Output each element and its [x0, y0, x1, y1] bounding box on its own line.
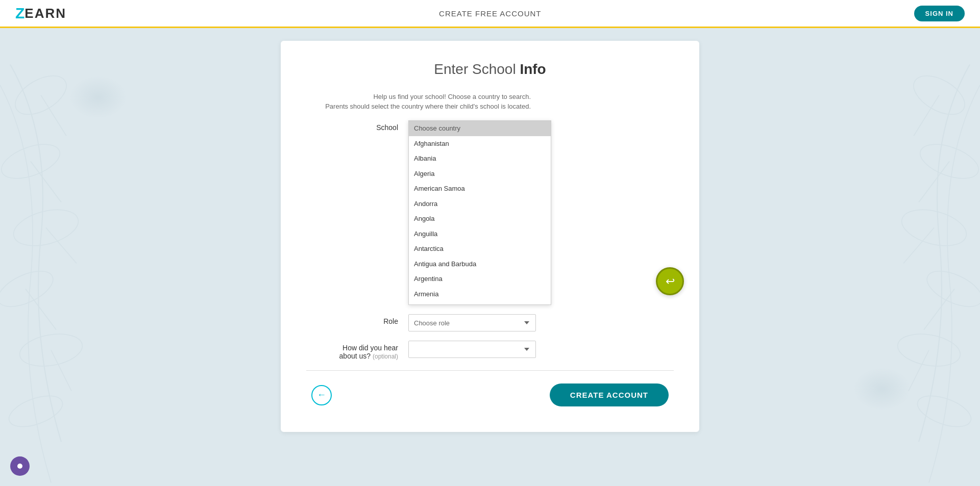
- country-option[interactable]: Antarctica: [409, 241, 551, 257]
- help-text: Help us find your school! Choose a count…: [306, 93, 674, 100]
- country-placeholder-option[interactable]: Choose country: [409, 121, 551, 136]
- country-option[interactable]: Anguilla: [409, 226, 551, 242]
- how-row: How did you hear about us? (optional): [306, 341, 674, 360]
- school-row: School Choose country AfghanistanAlbania…: [306, 120, 674, 132]
- main-content: Enter School Info Help us find your scho…: [0, 28, 980, 486]
- logo: ZEARN: [15, 5, 66, 22]
- country-option[interactable]: Andorra: [409, 196, 551, 212]
- country-option[interactable]: Afghanistan: [409, 136, 551, 151]
- back-arrow-icon: ←: [317, 390, 326, 400]
- role-input-area: Choose role: [408, 314, 674, 331]
- country-option[interactable]: Algeria: [409, 166, 551, 182]
- country-option[interactable]: American Samoa: [409, 181, 551, 196]
- logo-earn-text: EARN: [24, 6, 66, 21]
- role-select[interactable]: Choose role: [408, 314, 536, 331]
- chat-widget[interactable]: [10, 456, 30, 476]
- country-option[interactable]: Argentina: [409, 271, 551, 287]
- country-option[interactable]: Albania: [409, 151, 551, 166]
- optional-label: (optional): [373, 353, 398, 360]
- chat-widget-icon: [17, 464, 22, 469]
- sign-in-button[interactable]: SIGN IN: [914, 6, 965, 21]
- how-input-area: [408, 341, 674, 358]
- form-bottom: ← CREATE ACCOUNT: [306, 383, 674, 406]
- country-listbox[interactable]: Choose country AfghanistanAlbaniaAlgeria…: [408, 120, 551, 305]
- how-select[interactable]: [408, 341, 536, 358]
- floating-arrow-button[interactable]: ↩: [656, 267, 684, 295]
- parents-text: Parents should select the country where …: [306, 103, 674, 110]
- country-option[interactable]: Angola: [409, 211, 551, 226]
- floating-arrow-icon: ↩: [666, 275, 675, 288]
- how-label: How did you hear about us? (optional): [306, 341, 408, 360]
- back-button[interactable]: ←: [311, 385, 332, 405]
- header: ZEARN CREATE FREE ACCOUNT SIGN IN: [0, 0, 980, 28]
- divider: [306, 370, 674, 371]
- form-card: Enter School Info Help us find your scho…: [281, 41, 699, 432]
- country-option[interactable]: Antigua and Barbuda: [409, 257, 551, 272]
- page-title: Enter School Info: [306, 61, 674, 78]
- role-label: Role: [306, 314, 408, 325]
- country-option[interactable]: Armenia: [409, 287, 551, 302]
- create-account-button[interactable]: CREATE ACCOUNT: [550, 383, 669, 406]
- school-label: School: [306, 120, 408, 132]
- country-option[interactable]: Aruba: [409, 301, 551, 304]
- header-nav-title: CREATE FREE ACCOUNT: [439, 9, 541, 18]
- country-scrollable-list[interactable]: AfghanistanAlbaniaAlgeriaAmerican SamoaA…: [409, 136, 551, 304]
- role-row: Role Choose role: [306, 314, 674, 331]
- logo-z-icon: Z: [15, 5, 24, 22]
